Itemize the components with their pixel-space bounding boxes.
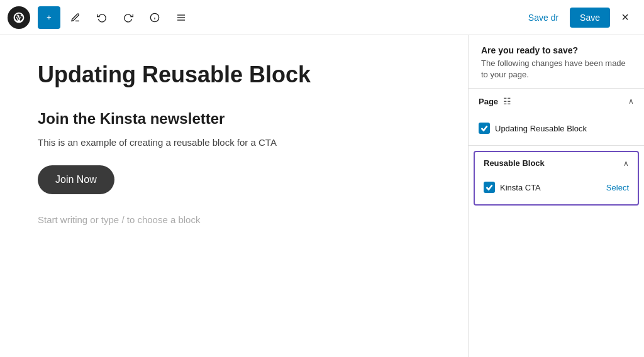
page-section-header[interactable]: Page ☷ ∧ — [469, 89, 644, 114]
page-check-item: Updating Reusable Block — [479, 119, 634, 138]
pen-icon — [70, 13, 80, 23]
reusable-section-label: Reusable Block — [484, 158, 545, 168]
editor-area: Updating Reusable Block Join the Kinsta … — [0, 35, 468, 357]
join-now-button[interactable]: Join Now — [38, 165, 114, 194]
checkmark-icon — [480, 124, 488, 132]
select-reusable-button[interactable]: Select — [606, 183, 629, 192]
reusable-section-body: Kinsta CTA Select — [475, 174, 638, 204]
main-layout: Updating Reusable Block Join the Kinsta … — [0, 35, 644, 357]
info-button[interactable] — [143, 6, 166, 29]
page-section-label: Page — [479, 97, 498, 106]
ready-title: Are you ready to save? — [481, 45, 631, 55]
sidebar-panel: Are you ready to save? The following cha… — [468, 35, 644, 357]
wordpress-icon — [13, 11, 25, 24]
page-checkbox[interactable] — [479, 123, 490, 134]
reusable-section-chevron: ∧ — [623, 159, 629, 168]
reusable-block-section: Reusable Block ∧ Kinsta CTA Select — [474, 151, 639, 206]
redo-button[interactable] — [117, 6, 140, 29]
save-button[interactable]: Save — [570, 8, 610, 28]
block-paragraph: This is an example of creating a reusabl… — [38, 135, 430, 150]
undo-icon — [97, 13, 107, 23]
reusable-section-header[interactable]: Reusable Block ∧ — [475, 152, 638, 174]
info-icon — [150, 13, 160, 23]
redo-icon — [123, 13, 133, 23]
page-section-chevron: ∧ — [628, 97, 634, 106]
page-section-header-left: Page ☷ — [479, 96, 511, 106]
page-item-label: Updating Reusable Block — [495, 124, 634, 133]
save-draft-button[interactable]: Save dr — [521, 13, 566, 23]
toolbar: + Save dr Save × — [0, 0, 644, 35]
checkmark-icon — [486, 184, 493, 191]
reusable-item-label: Kinsta CTA — [500, 183, 601, 192]
block-placeholder[interactable]: Start writing or type / to choose a bloc… — [38, 214, 430, 225]
reusable-checkbox[interactable] — [484, 182, 495, 193]
page-section: Page ☷ ∧ Updating Reusable Block — [469, 89, 644, 146]
list-view-button[interactable] — [170, 6, 192, 29]
block-heading: Join the Kinsta newsletter — [38, 110, 430, 128]
pen-tool-button[interactable] — [64, 6, 87, 29]
reusable-check-item: Kinsta CTA Select — [484, 178, 629, 197]
sidebar-content: Page ☷ ∧ Updating Reusable Block — [469, 89, 644, 357]
list-icon — [176, 13, 186, 23]
add-block-button[interactable]: + — [38, 6, 60, 29]
sidebar-header: Are you ready to save? The following cha… — [469, 35, 644, 89]
close-button[interactable]: × — [614, 6, 636, 29]
page-icon: ☷ — [503, 96, 511, 106]
page-section-body: Updating Reusable Block — [469, 114, 644, 145]
page-title: Updating Reusable Block — [38, 60, 430, 90]
undo-button[interactable] — [91, 6, 113, 29]
ready-description: The following changes have been made to … — [481, 58, 631, 80]
wp-logo — [8, 6, 30, 29]
